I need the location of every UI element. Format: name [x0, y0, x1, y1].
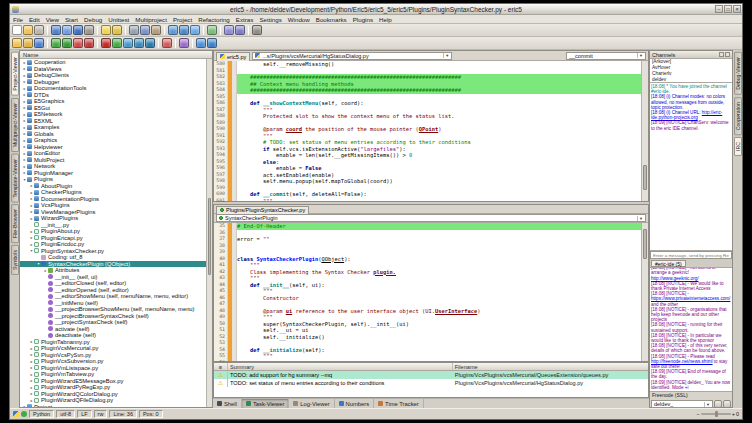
zoom-slider[interactable] — [701, 413, 731, 415]
task-priority-column[interactable]: ≡ — [214, 363, 228, 370]
irc-network-messages[interactable]: [18:08] [NOTICE] - together with like-mi… — [650, 267, 732, 392]
symbol-combo-bottom[interactable]: SyntaxCheckerPlugin ▼ — [216, 214, 646, 222]
menu-bookmarks[interactable]: Bookmarks — [313, 15, 350, 23]
open-icon[interactable] — [23, 25, 33, 35]
redo-icon[interactable] — [112, 25, 122, 35]
tree-scrollbar[interactable] — [206, 59, 212, 407]
print-icon[interactable] — [84, 25, 94, 35]
sidebar-tab-symbols[interactable]: Symbols — [11, 245, 19, 275]
menu-window[interactable]: Window — [285, 15, 313, 23]
step-out-icon[interactable] — [145, 38, 155, 48]
new-project-icon[interactable] — [12, 38, 22, 48]
debug-script-icon[interactable] — [73, 38, 83, 48]
symbol-combo-top[interactable]: __commit ▼ — [566, 52, 646, 60]
irc-user-list[interactable]: [Arkover]AvHoverCharterlvdeldev — [650, 59, 732, 83]
tree-column-header[interactable]: Name — [20, 51, 212, 59]
menu-file[interactable]: File — [10, 15, 26, 23]
sidebar-tab-debug-viewer[interactable]: Debug-Viewer — [734, 52, 742, 95]
open-project-icon[interactable] — [23, 38, 33, 48]
irc-channel-messages[interactable]: [18:08] * You have joined the channel #e… — [650, 83, 732, 251]
step-into-icon[interactable] — [123, 38, 133, 48]
close-file-icon[interactable] — [34, 25, 44, 35]
dock-close-icon[interactable] — [725, 52, 730, 57]
save-as-icon[interactable] — [62, 25, 72, 35]
step-over-icon[interactable] — [134, 38, 144, 48]
menu-debug[interactable]: Debug — [81, 15, 105, 23]
menu-extras[interactable]: Extras — [233, 15, 257, 23]
minimize-button[interactable]: − — [715, 5, 723, 13]
search-next-icon[interactable] — [179, 25, 189, 35]
menu-settings[interactable]: Settings — [256, 15, 284, 23]
zoom-in-icon[interactable] — [224, 25, 234, 35]
undo-icon[interactable] — [101, 25, 111, 35]
menu-view[interactable]: View — [43, 15, 62, 23]
search-icon[interactable] — [168, 25, 178, 35]
editor-bottom-scrollbar[interactable] — [641, 223, 648, 361]
menu-start[interactable]: Start — [62, 15, 81, 23]
sidebar-tab-project-viewer[interactable]: Project-Viewer — [11, 52, 19, 96]
menu-plugins[interactable]: Plugins — [350, 15, 376, 23]
cut-icon[interactable] — [129, 25, 139, 35]
bottom-tab-log-viewer[interactable]: Log-Viewer — [289, 399, 334, 408]
continue-icon[interactable] — [112, 38, 122, 48]
debug-project-icon[interactable] — [84, 38, 94, 48]
menu-help[interactable]: Help — [376, 15, 395, 23]
editor-tab-eric5[interactable]: eric5.py — [216, 52, 250, 61]
goto-icon[interactable] — [207, 25, 217, 35]
bottom-tab-task-viewer[interactable]: Task-Viewer — [242, 399, 289, 408]
menu-unittest[interactable]: Unittest — [105, 15, 132, 23]
tree-row[interactable]: ▸Project — [20, 404, 206, 408]
irc-nick-combo[interactable]: deldev_ ▼ — [651, 400, 713, 408]
zoom-out-icon[interactable]: − — [697, 411, 700, 417]
copy-icon[interactable] — [140, 25, 150, 35]
sidebar-tab-template-viewer[interactable]: Template-Viewer — [11, 154, 19, 203]
new-icon[interactable] — [12, 25, 22, 35]
whats-this-icon[interactable] — [207, 38, 217, 48]
menu-multiproject[interactable]: Multiproject — [132, 15, 170, 23]
close-button[interactable]: ✕ — [733, 5, 741, 13]
editor-tab-syntaxchecker[interactable]: Plugins/PluginSyntaxChecker.py — [216, 206, 309, 214]
sidebar-tab-multiproject-viewer[interactable]: Multiproject-Viewer — [11, 98, 19, 152]
bottom-tab-time-tracker[interactable]: Time Tracker — [374, 399, 424, 408]
preferences-icon[interactable] — [252, 25, 262, 35]
help-icon[interactable] — [196, 38, 206, 48]
maximize-button[interactable]: □ — [724, 5, 732, 13]
save-project-icon[interactable] — [34, 38, 44, 48]
task-filename-column[interactable]: Filename — [453, 363, 648, 370]
save-all-icon[interactable] — [73, 25, 83, 35]
stop-icon[interactable] — [101, 38, 111, 48]
open-file-combo[interactable]: ...s/Plugins/vcsMercurial/HgStatusDialog… — [252, 52, 452, 60]
sidebar-tab-file-browser[interactable]: File-Browser — [11, 204, 19, 243]
irc-message-input[interactable] — [650, 251, 732, 259]
zoom-in-icon[interactable]: + — [732, 411, 735, 417]
sidebar-tab-irc[interactable]: IRC — [734, 137, 742, 156]
zoom-out-icon[interactable] — [235, 25, 245, 35]
irc-edit-network-button[interactable] — [723, 400, 731, 408]
run-project-icon[interactable] — [62, 38, 72, 48]
unittest-icon[interactable] — [179, 38, 189, 48]
bottom-tab-shell[interactable]: Shell — [213, 399, 242, 408]
menu-refactoring[interactable]: Refactoring — [195, 15, 233, 23]
task-row[interactable]: ⚠TODO: add support for hg summary --mqPl… — [214, 371, 648, 379]
run-script-icon[interactable] — [51, 38, 61, 48]
irc-channel-tab[interactable]: #eric-ide (5) — [651, 260, 686, 267]
bottom-tab-numbers[interactable]: Numbers — [335, 399, 375, 408]
titlebar[interactable]: eric5 - /home/deldev/Development/Python/… — [10, 4, 742, 15]
code-area[interactable]: # End-Of-Headererror = ""class SyntaxChe… — [237, 223, 641, 361]
zoom-widget[interactable]: −+0 — [697, 411, 740, 417]
replace-icon[interactable] — [190, 25, 200, 35]
irc-away-button[interactable] — [714, 400, 722, 408]
editor-top-scrollbar[interactable] — [641, 61, 648, 201]
task-summary-column[interactable]: Summary — [228, 363, 453, 370]
save-icon[interactable] — [51, 25, 61, 35]
breakpoint-icon[interactable] — [162, 38, 172, 48]
task-row[interactable]: ⚠TODO: set status of menu entries accord… — [214, 379, 648, 387]
menu-project[interactable]: Project — [170, 15, 195, 23]
dock-float-icon[interactable] — [719, 52, 724, 57]
paste-icon[interactable] — [151, 25, 161, 35]
code-area[interactable]: self.__removeMissing() #################… — [237, 61, 641, 201]
zoom-slider-handle[interactable] — [715, 411, 718, 417]
sidebar-tab-cooperation[interactable]: Cooperation — [734, 97, 742, 135]
irc-dock-header[interactable]: Channels — [650, 51, 732, 59]
menu-edit[interactable]: Edit — [26, 15, 43, 23]
